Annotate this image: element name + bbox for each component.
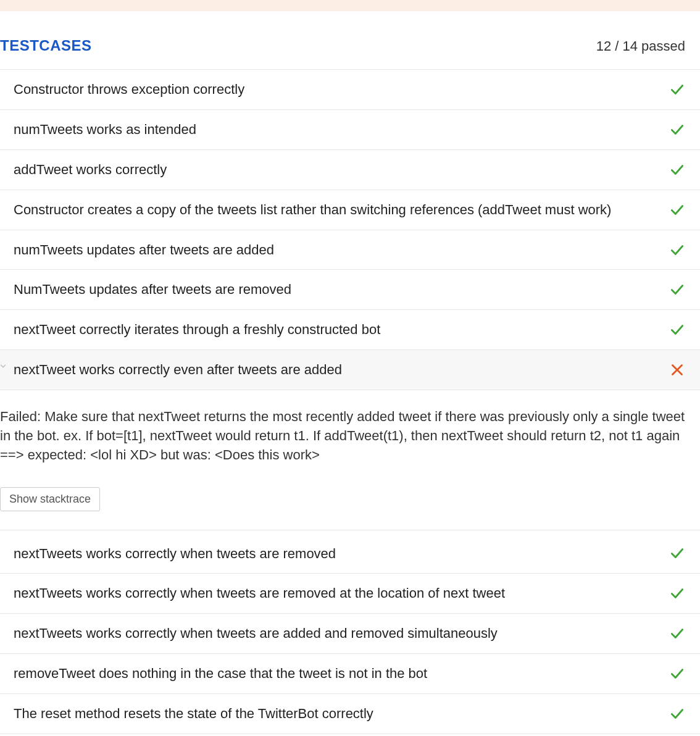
testcase-row[interactable]: Constructor creates a copy of the tweets… [0, 190, 700, 230]
testcase-row[interactable]: NumTweets updates after tweets are remov… [0, 270, 700, 310]
testcase-name: Constructor creates a copy of the tweets… [14, 200, 669, 220]
check-icon [669, 706, 685, 722]
testcase-name: nextTweet works correctly even after twe… [14, 360, 669, 380]
testcase-name: numTweets updates after tweets are added [14, 240, 669, 260]
testcase-name: nextTweet correctly iterates through a f… [14, 320, 669, 340]
testcase-list: Constructor throws exception correctlynu… [0, 69, 700, 734]
testcase-row[interactable]: addTweet works correctly [0, 150, 700, 190]
check-icon [669, 545, 685, 561]
testcase-row[interactable]: Constructor throws exception correctly [0, 70, 700, 110]
testcase-name: NumTweets updates after tweets are remov… [14, 280, 669, 299]
testcase-name: The reset method resets the state of the… [14, 704, 669, 724]
check-icon [669, 666, 685, 682]
check-icon [669, 202, 685, 218]
top-banner [0, 0, 700, 11]
x-icon [669, 362, 685, 378]
testcase-name: removeTweet does nothing in the case tha… [14, 664, 669, 684]
check-icon [669, 242, 685, 258]
testcase-name: Constructor throws exception correctly [14, 80, 669, 99]
check-icon [669, 282, 685, 298]
check-icon [669, 122, 685, 138]
check-icon [669, 625, 685, 642]
testcases-header: TESTCASES 12 / 14 passed [0, 11, 700, 69]
testcase-row[interactable]: numTweets works as intended [0, 110, 700, 150]
testcase-detail: Failed: Make sure that nextTweet returns… [0, 390, 700, 530]
testcase-name: nextTweets works correctly when tweets a… [14, 544, 669, 564]
testcase-name: nextTweets works correctly when tweets a… [14, 624, 669, 643]
check-icon [669, 162, 685, 178]
pass-summary: 12 / 14 passed [596, 38, 685, 54]
testcase-name: addTweet works correctly [14, 160, 669, 180]
testcase-row[interactable]: nextTweet correctly iterates through a f… [0, 310, 700, 350]
testcase-name: nextTweets works correctly when tweets a… [14, 583, 669, 603]
testcase-row[interactable]: nextTweets works correctly when tweets a… [0, 574, 700, 614]
chevron-down-icon [0, 362, 7, 370]
failure-message: Failed: Make sure that nextTweet returns… [0, 408, 685, 464]
check-icon [669, 82, 685, 98]
testcase-row[interactable]: nextTweets works correctly when tweets a… [0, 614, 700, 654]
testcase-row[interactable]: nextTweets works correctly when tweets a… [0, 534, 700, 574]
testcase-row[interactable]: removeTweet does nothing in the case tha… [0, 654, 700, 694]
testcase-row[interactable]: nextTweet works correctly even after twe… [0, 350, 700, 390]
testcase-row[interactable]: numTweets updates after tweets are added [0, 230, 700, 270]
testcase-row[interactable]: The reset method resets the state of the… [0, 694, 700, 734]
show-stacktrace-button[interactable]: Show stacktrace [0, 487, 100, 511]
testcase-name: numTweets works as intended [14, 120, 669, 140]
section-title: TESTCASES [0, 37, 92, 54]
check-icon [669, 322, 685, 338]
check-icon [669, 585, 685, 601]
